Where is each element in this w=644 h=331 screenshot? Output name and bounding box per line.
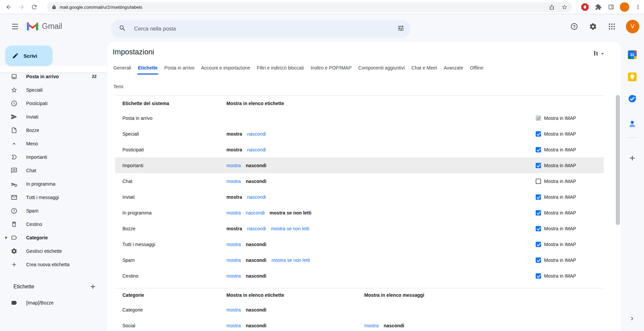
tab-temi[interactable]: Temi (110, 80, 127, 93)
tab-chat-e-meet[interactable]: Chat e Meet (408, 61, 440, 75)
address-bar[interactable]: mail.google.com/mail/u/2/#settings/label… (47, 2, 572, 12)
sidebar-item-scheduled[interactable]: In programma (0, 177, 107, 191)
tab-componenti-aggiuntivi[interactable]: Componenti aggiuntivi (355, 61, 408, 75)
main-menu-button[interactable] (12, 24, 18, 29)
label-row-inviati: InviatimostranascondiMostra in IMAP (115, 189, 604, 205)
option-mostra[interactable]: mostra (226, 307, 241, 313)
option-nascondi[interactable]: nascondi (247, 147, 266, 152)
help-button[interactable]: ? (570, 22, 578, 31)
browser-profile-avatar[interactable] (620, 2, 629, 12)
sidebar-item-create-label[interactable]: Crea nuova etichetta (0, 258, 107, 271)
tab-avanzate[interactable]: Avanzate (440, 61, 467, 75)
calendar-app-button[interactable]: 31 (628, 50, 637, 59)
option-mostra[interactable]: mostra (226, 242, 241, 247)
option-nascondi: nascondi (246, 163, 266, 168)
show-in-imap-checkbox (536, 115, 541, 121)
sidebar-item-less[interactable]: Meno (0, 137, 107, 150)
sidebar-item-all-mail[interactable]: Tutti i messaggi (0, 191, 107, 204)
option-mostra[interactable]: mostra (226, 257, 241, 263)
expander-icon[interactable] (5, 236, 7, 239)
show-in-imap-checkbox[interactable] (536, 131, 541, 137)
tab-etichette[interactable]: Etichette (135, 61, 161, 75)
option-mostra-se-non-letti[interactable]: mostra se non letti (271, 226, 309, 231)
show-in-imap-checkbox[interactable] (536, 210, 541, 216)
show-in-imap-checkbox[interactable] (536, 179, 541, 184)
side-panel: 31 (621, 39, 644, 331)
adblock-extension-button[interactable] (581, 3, 589, 11)
browser-menu-button[interactable] (634, 3, 642, 11)
option-mostra[interactable]: mostra (226, 163, 241, 168)
sidebar: Scrivi Posta in arrivo22SpecialiPosticip… (0, 39, 107, 331)
scrollbar-thumb[interactable] (616, 95, 620, 225)
show-in-imap-checkbox[interactable] (536, 147, 541, 152)
sidebar-item-sent[interactable]: Inviati (0, 110, 107, 124)
back-button[interactable] (4, 2, 13, 12)
show-in-imap-label: Mostra in IMAP (544, 226, 576, 231)
show-in-imap-checkbox[interactable] (536, 163, 541, 168)
reload-button[interactable] (30, 2, 39, 12)
option-mostra-se-non-letti[interactable]: mostra se non letti (271, 257, 310, 263)
sidebar-item-snoozed[interactable]: Posticipati (0, 97, 107, 110)
option-mostra: mostra (226, 147, 242, 152)
sidebar-item-chat[interactable]: Chat (0, 164, 107, 177)
apps-grid-button[interactable] (608, 22, 616, 31)
option-mostra[interactable]: mostra (226, 179, 241, 184)
contacts-app-button[interactable] (628, 120, 637, 128)
gmail-logo[interactable]: Gmail (26, 21, 62, 31)
option-mostra[interactable]: mostra (364, 323, 379, 328)
label-row-chat: ChatmostranascondiMostra in IMAP (115, 173, 604, 189)
tab-inoltro-e-pop-imap[interactable]: Inoltro e POP/IMAP (307, 61, 355, 75)
show-in-imap-checkbox[interactable] (536, 226, 541, 231)
option-nascondi: nascondi (246, 179, 266, 184)
add-apps-button[interactable] (628, 154, 636, 162)
star-icon (11, 87, 17, 93)
settings-button[interactable] (589, 22, 597, 31)
option-mostra[interactable]: mostra (226, 273, 241, 279)
sidebar-item-starred[interactable]: Speciali (0, 83, 107, 97)
label-item-imap-bozze[interactable]: [Imap]/Bozze (0, 296, 107, 310)
tab-account-e-importazione[interactable]: Account e importazione (198, 61, 254, 75)
show-in-imap-checkbox[interactable] (536, 273, 541, 279)
sidebar-item-manage-labels[interactable]: Gestisci etichette (0, 244, 107, 258)
forward-button[interactable] (17, 2, 26, 12)
show-in-imap-label: Mostra in IMAP (544, 115, 576, 121)
sidebar-item-important[interactable]: Importanti (0, 150, 107, 164)
tab-generali[interactable]: Generali (110, 61, 135, 75)
collapse-side-panel-button[interactable] (629, 315, 636, 322)
side-panel-button[interactable] (607, 3, 615, 11)
option-mostra[interactable]: mostra (226, 323, 241, 328)
option-nascondi[interactable]: nascondi (247, 226, 266, 231)
sidebar-item-trash[interactable]: Cestino (0, 218, 107, 231)
tab-posta-in-arrivo[interactable]: Posta in arrivo (161, 61, 198, 75)
extensions-button[interactable] (594, 3, 602, 11)
add-label-button[interactable] (89, 283, 97, 290)
sidebar-item-drafts[interactable]: Bozze (0, 124, 107, 137)
bookmark-star-button[interactable] (561, 4, 568, 10)
show-in-imap-checkbox[interactable] (536, 242, 541, 247)
keep-app-button[interactable] (628, 73, 637, 81)
search-bar (111, 20, 411, 38)
tab-offline[interactable]: Offline (467, 61, 487, 75)
row-label-name: Inviati (122, 194, 226, 200)
tab-filtri-e-indirizzi-bloccati[interactable]: Filtri e indirizzi bloccati (254, 61, 307, 75)
row-label-name: Spam (122, 257, 226, 263)
input-tools-button[interactable]: It (593, 50, 604, 57)
option-mostra[interactable]: mostra (226, 210, 241, 216)
search-icon[interactable] (119, 25, 126, 33)
option-nascondi[interactable]: nascondi (247, 194, 266, 200)
alert-icon (11, 207, 17, 214)
sidebar-item-categories[interactable]: Categorie (0, 231, 107, 244)
search-options-icon[interactable] (397, 25, 405, 33)
sidebar-item-spam[interactable]: Spam (0, 204, 107, 218)
search-input[interactable] (133, 26, 397, 32)
tasks-app-button[interactable] (628, 94, 637, 103)
option-nascondi[interactable]: nascondi (247, 131, 266, 137)
show-in-imap-checkbox[interactable] (536, 257, 541, 263)
share-button[interactable] (549, 4, 555, 10)
compose-button[interactable]: Scrivi (5, 46, 52, 66)
account-avatar[interactable]: V (626, 20, 639, 33)
option-nascondi[interactable]: nascondi (246, 210, 265, 216)
show-in-imap-checkbox[interactable] (536, 194, 541, 200)
col-show-in-label-list: Mostra in elenco etichette (226, 101, 528, 106)
show-in-imap-label: Mostra in IMAP (544, 210, 576, 216)
